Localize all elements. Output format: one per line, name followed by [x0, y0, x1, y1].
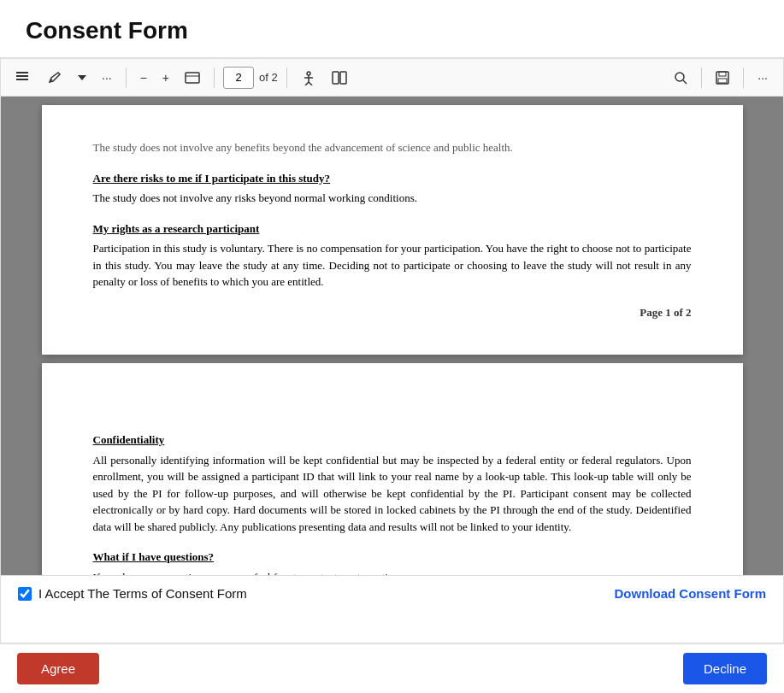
doc-page-1: The study does not involve any benefits …: [42, 105, 743, 355]
toolbar-dropdown-button[interactable]: [73, 72, 91, 84]
svg-rect-2: [16, 79, 28, 80]
page-number-input[interactable]: [223, 67, 254, 89]
search-button[interactable]: [669, 68, 693, 88]
svg-point-6: [307, 72, 310, 75]
section2-body: Participation in this study is voluntary…: [93, 240, 692, 291]
separator-4: [701, 68, 702, 88]
section3-heading: Confidentiality: [93, 432, 692, 449]
separator-2: [214, 68, 215, 88]
outline-button[interactable]: [11, 68, 37, 87]
save-button[interactable]: [710, 68, 734, 88]
svg-rect-12: [340, 72, 346, 84]
svg-rect-4: [186, 73, 199, 83]
cut-top-text: The study does not involve any benefits …: [93, 139, 692, 156]
separator-1: [126, 68, 127, 88]
section4-body: If you have any questions, you may feel …: [93, 569, 692, 576]
more-button[interactable]: ···: [752, 68, 773, 88]
decline-button[interactable]: Decline: [683, 653, 767, 684]
separator-3: [286, 68, 287, 88]
section4-heading: What if I have questions?: [93, 549, 692, 566]
section3-body: All personally identifying information w…: [93, 452, 692, 536]
compare-button[interactable]: [327, 67, 352, 89]
page-header: Consent Form: [0, 0, 784, 58]
section1-heading: Are there risks to me if I participate i…: [93, 170, 692, 187]
accessibility-button[interactable]: [296, 67, 321, 89]
svg-point-13: [675, 73, 684, 81]
agree-button[interactable]: Agree: [17, 653, 99, 684]
annotation-button[interactable]: [42, 67, 68, 89]
pdf-toolbar: ··· − + of 2: [1, 59, 783, 97]
zoom-out-button[interactable]: −: [135, 68, 152, 88]
svg-line-9: [305, 82, 309, 85]
consent-footer: I Accept The Terms of Consent Form Downl…: [1, 575, 783, 611]
doc-page-2: Confidentiality All personally identifyi…: [42, 363, 743, 575]
svg-rect-17: [718, 79, 727, 83]
svg-rect-0: [16, 72, 28, 73]
separator-5: [743, 68, 744, 88]
svg-line-10: [309, 82, 312, 85]
page-total-doc: 2: [686, 306, 692, 319]
fit-page-button[interactable]: [180, 68, 205, 87]
accept-label: I Accept The Terms of Consent Form: [38, 586, 247, 601]
toolbar-more-button[interactable]: ···: [97, 68, 117, 88]
document-area[interactable]: The study does not involve any benefits …: [1, 97, 783, 575]
page-title: Consent Form: [26, 17, 758, 44]
action-bar: Agree Decline: [0, 643, 784, 693]
svg-line-14: [683, 80, 687, 84]
page-indicator: Page 1 of 2: [93, 304, 692, 321]
download-link[interactable]: Download Consent Form: [615, 586, 767, 601]
pdf-viewer: ··· − + of 2: [0, 58, 784, 643]
svg-rect-11: [333, 72, 339, 84]
zoom-in-button[interactable]: +: [157, 68, 174, 88]
section2-heading: My rights as a research participant: [93, 220, 692, 238]
accept-section: I Accept The Terms of Consent Form: [18, 586, 247, 601]
accept-checkbox[interactable]: [18, 587, 32, 601]
svg-rect-1: [16, 75, 28, 77]
page-total: of 2: [259, 71, 278, 84]
section1-body: The study does not involve any risks bey…: [93, 190, 692, 207]
